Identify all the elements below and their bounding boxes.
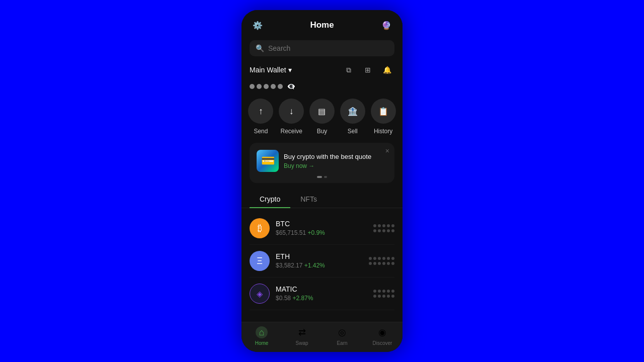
promo-title: Buy crypto with the best quote [284,153,387,160]
eth-info: ETH $3,582.17 +1.42% [276,252,369,269]
promo-content: 💳 Buy crypto with the best quote Buy now… [257,150,387,172]
copy-button[interactable]: ⧉ [341,62,356,77]
send-label: Send [254,128,268,135]
promo-dot-1 [317,176,322,178]
receive-icon: ↓ [289,106,294,117]
sell-icon-circle: 🏦 [340,99,365,124]
eth-change: +1.42% [304,262,325,269]
promo-banner: × 💳 Buy crypto with the best quote Buy n… [250,143,394,183]
nav-earn[interactable]: ◎ Earn [322,326,362,346]
btc-chart-row1 [373,224,394,227]
balance-dot-3 [264,84,269,89]
btc-chart [373,224,394,232]
swap-nav-label: Swap [295,340,308,346]
eth-chart-row2 [369,262,394,265]
search-bar: 🔍 [250,40,394,56]
tab-nfts[interactable]: NFTs [290,191,327,208]
header: ⚙️ Home 🔮 [242,10,403,38]
buy-label: Buy [317,128,328,135]
balance-dot-5 [278,84,283,89]
eth-name: ETH [276,252,369,260]
theme-button[interactable]: 🔮 [378,17,394,33]
asset-tabs: Crypto NFTs [242,191,403,208]
matic-name: MATIC [276,285,373,293]
bell-button[interactable]: 🔔 [379,62,394,77]
matic-change: +2.87% [292,295,313,302]
matic-info: MATIC $0.58 +2.87% [276,285,373,302]
btc-price: $65,715.51 [276,229,307,236]
btc-name: BTC [276,220,373,228]
btc-price-row: $65,715.51 +0.9% [276,228,373,237]
promo-link-button[interactable]: Buy now → [284,162,387,169]
buy-action[interactable]: ▤ Buy [309,99,335,135]
wallet-row: Main Wallet ▾ ⧉ ⊞ 🔔 [242,62,403,82]
matic-chart-row1 [373,290,394,293]
btc-icon: ₿ [250,218,270,238]
wallet-name-label: Main Wallet [250,66,286,74]
settings-button[interactable]: ⚙️ [250,17,266,33]
discover-nav-label: Discover [373,340,392,346]
crypto-item-btc[interactable]: ₿ BTC $65,715.51 +0.9% [250,212,394,245]
receive-label: Receive [281,128,302,135]
eth-icon: Ξ [250,251,270,271]
search-icon: 🔍 [256,44,264,52]
wallet-selector[interactable]: Main Wallet ▾ [250,66,292,74]
page-title: Home [310,20,334,30]
send-icon-circle: ↑ [248,99,273,124]
send-action[interactable]: ↑ Send [248,99,273,135]
nav-home[interactable]: ⌂ Home [242,326,282,346]
buy-icon: ▤ [318,107,326,116]
earn-icon: ◎ [336,326,348,338]
matic-price-row: $0.58 +2.87% [276,293,373,302]
btc-chart-row2 [373,229,394,232]
balance-dot-4 [271,84,276,89]
nav-swap[interactable]: ⇄ Swap [282,326,322,346]
history-action[interactable]: 📋 History [371,99,396,135]
eth-price: $3,582.17 [276,262,304,269]
search-input[interactable] [268,44,388,52]
send-icon: ↑ [259,106,263,117]
earn-nav-label: Earn [337,340,347,346]
receive-action[interactable]: ↓ Receive [279,99,304,135]
promo-image: 💳 [257,150,279,172]
home-icon: ⌂ [256,326,268,338]
nav-discover[interactable]: ◉ Discover [362,326,403,346]
btc-info: BTC $65,715.51 +0.9% [276,220,373,237]
matic-chart [373,290,394,298]
phone-frame: ⚙️ Home 🔮 🔍 Main Wallet ▾ ⧉ ⊞ 🔔 👁‍🗨 ↑ [242,10,403,352]
balance-dot-1 [250,84,255,89]
eth-price-row: $3,582.17 +1.42% [276,260,369,269]
matic-icon: ◈ [250,284,270,304]
promo-text: Buy crypto with the best quote Buy now → [284,153,387,169]
btc-change: +0.9% [307,229,325,236]
matic-price: $0.58 [276,295,292,302]
history-icon-circle: 📋 [371,99,396,124]
crypto-item-eth[interactable]: Ξ ETH $3,582.17 +1.42% [250,245,394,278]
scan-button[interactable]: ⊞ [360,62,375,77]
swap-icon: ⇄ [296,326,308,338]
history-icon: 📋 [378,107,388,116]
discover-icon: ◉ [376,326,388,338]
action-buttons: ↑ Send ↓ Receive ▤ Buy 🏦 Sell 📋 H [242,99,403,143]
balance-display: 👁‍🗨 [242,82,403,99]
sell-icon: 🏦 [348,107,358,116]
wallet-actions: ⧉ ⊞ 🔔 [341,62,394,77]
receive-icon-circle: ↓ [279,99,304,124]
eth-chart [369,257,394,265]
matic-chart-row2 [373,295,394,298]
sell-label: Sell [348,128,358,135]
sell-action[interactable]: 🏦 Sell [340,99,365,135]
balance-dot-2 [257,84,262,89]
home-nav-label: Home [255,340,269,346]
promo-close-button[interactable]: × [385,147,389,155]
crypto-list: ₿ BTC $65,715.51 +0.9% [242,212,403,322]
promo-dot-2 [324,176,327,178]
buy-icon-circle: ▤ [309,99,335,124]
crypto-item-matic[interactable]: ◈ MATIC $0.58 +2.87% [250,278,394,310]
wallet-dropdown-icon: ▾ [288,66,292,74]
tab-crypto[interactable]: Crypto [250,191,290,208]
history-label: History [374,128,392,135]
bottom-nav: ⌂ Home ⇄ Swap ◎ Earn ◉ Discover [242,322,403,352]
hide-balance-icon[interactable]: 👁‍🗨 [287,82,295,90]
eth-chart-row1 [369,257,394,260]
